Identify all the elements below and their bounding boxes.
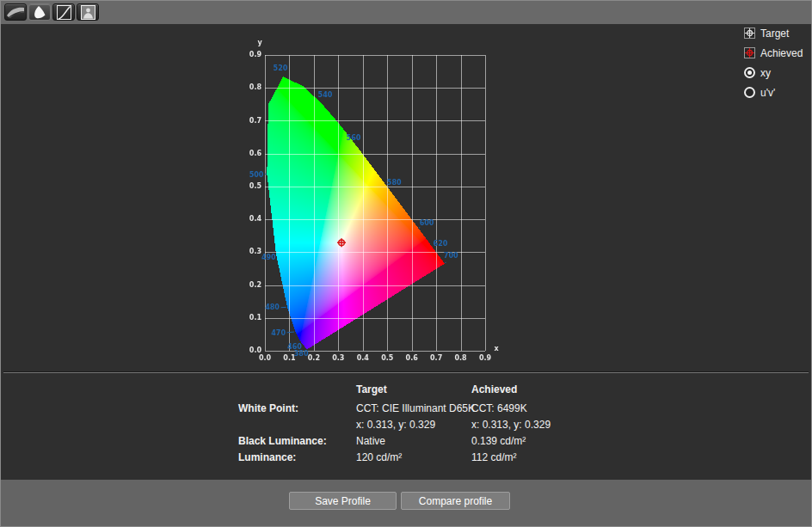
gamut-view-button[interactable] (28, 3, 51, 21)
test-image-icon (81, 5, 95, 20)
target-value: 120 cd/m² (356, 451, 402, 463)
achieved-column-header: Achieved (471, 383, 517, 395)
tone-curve-icon (57, 5, 71, 20)
target-marker-icon (744, 28, 755, 39)
achieved-value: CCT: 6499K (471, 402, 527, 414)
legend-achieved: Achieved (744, 47, 803, 58)
achieved-value: 112 cd/m² (471, 451, 516, 463)
gamut-wedge-icon (6, 5, 25, 19)
target-value: CCT: CIE Illuminant D65K (356, 402, 475, 414)
app-window: Target Achieved xy u'v' (0, 0, 812, 527)
radio-xy[interactable]: xy (744, 67, 803, 78)
measurement-view-button[interactable] (4, 3, 27, 21)
test-image-view-button[interactable] (77, 3, 99, 21)
row-label: Black Luminance: (238, 435, 327, 447)
chart-legend: Target Achieved xy u'v' (744, 28, 803, 107)
legend-achieved-label: Achieved (760, 47, 803, 59)
legend-target-label: Target (760, 28, 789, 40)
target-value: x: 0.313, y: 0.329 (356, 419, 435, 431)
chart-panel: Target Achieved xy u'v' (1, 24, 811, 371)
save-profile-button[interactable]: Save Profile (289, 492, 397, 510)
target-value: Native (356, 435, 385, 447)
black-luminance-row: Black Luminance: Native 0.139 cd/m² (1, 435, 811, 449)
footer-bar: Save Profile Compare profile (1, 480, 811, 526)
radio-uv-label: u'v' (760, 87, 775, 99)
white-point-row: White Point: CCT: CIE Illuminant D65K CC… (1, 402, 811, 416)
compare-profile-button[interactable]: Compare profile (401, 492, 510, 510)
white-point-xy-row: x: 0.313, y: 0.329 x: 0.313, y: 0.329 (1, 419, 811, 432)
toolbar (1, 1, 811, 24)
legend-target: Target (744, 28, 803, 39)
cie-chart-canvas (246, 34, 513, 365)
achieved-value: x: 0.313, y: 0.329 (471, 419, 551, 431)
radio-xy-label: xy (760, 67, 771, 79)
target-column-header: Target (356, 383, 387, 395)
radio-uv[interactable]: u'v' (744, 87, 803, 98)
achieved-marker-icon (744, 47, 755, 58)
radio-selected-icon (744, 67, 755, 78)
info-panel: Target Achieved White Point: CCT: CIE Il… (1, 373, 811, 480)
info-header-row: Target Achieved (1, 383, 811, 397)
tone-curve-view-button[interactable] (52, 3, 75, 21)
achieved-value: 0.139 cd/m² (471, 435, 526, 447)
radio-unselected-icon (744, 87, 755, 98)
cie-horseshoe-icon (32, 5, 47, 20)
row-label: Luminance: (238, 451, 296, 463)
luminance-row: Luminance: 120 cd/m² 112 cd/m² (1, 451, 811, 465)
row-label: White Point: (238, 402, 298, 414)
